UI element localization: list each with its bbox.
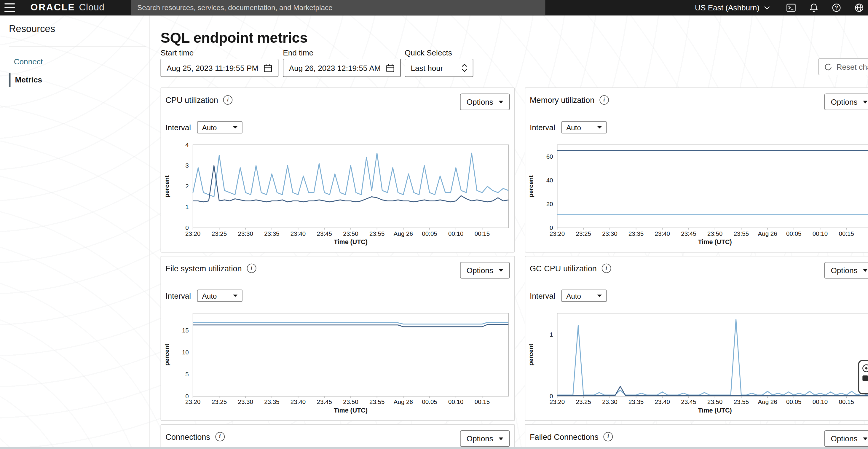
y-tick-label: 4: [185, 141, 189, 148]
svg-text:?: ?: [835, 5, 838, 11]
language-icon[interactable]: [854, 3, 864, 13]
end-time-input[interactable]: [289, 63, 382, 72]
calendar-icon[interactable]: [264, 63, 273, 72]
info-icon[interactable]: i: [599, 95, 609, 105]
interval-value: Auto: [202, 292, 217, 300]
interval-select[interactable]: Auto: [561, 121, 607, 133]
options-label: Options: [831, 266, 857, 275]
quick-selects-dropdown[interactable]: Last hour: [405, 59, 473, 77]
plot-area: [557, 313, 868, 396]
interval-label: Interval: [165, 291, 191, 300]
info-icon[interactable]: i: [603, 432, 613, 442]
quick-selects-label: Quick Selects: [405, 48, 452, 57]
cloud-shell-icon[interactable]: [786, 3, 796, 13]
options-button[interactable]: Options: [460, 262, 510, 278]
x-tick-label: 23:50: [343, 398, 358, 405]
interval-row: IntervalAuto: [165, 290, 242, 302]
x-tick-label: 23:35: [628, 398, 644, 405]
x-tick-label: 23:30: [602, 230, 617, 237]
start-time-input[interactable]: [166, 63, 260, 72]
feedback-widget[interactable]: [858, 360, 868, 394]
x-tick-label: 23:55: [369, 398, 384, 405]
options-button[interactable]: Options: [824, 430, 868, 447]
x-tick-label: 23:25: [212, 230, 227, 237]
menu-icon[interactable]: [4, 3, 17, 12]
chart: 05101523:2023:2523:3023:3523:4023:4523:5…: [161, 309, 515, 420]
x-tick-label: 00:05: [786, 230, 801, 237]
reset-charts-label: Reset charts: [837, 62, 868, 71]
interval-select[interactable]: Auto: [197, 290, 243, 302]
options-button[interactable]: Options: [824, 262, 868, 278]
y-axis-title: percent: [527, 344, 534, 366]
y-tick-label: 20: [546, 201, 553, 207]
chevron-down-icon: [233, 126, 238, 128]
options-button[interactable]: Options: [460, 94, 510, 110]
x-tick-label: 23:35: [264, 230, 279, 237]
interval-label: Interval: [530, 291, 555, 300]
options-button[interactable]: Options: [460, 430, 510, 447]
options-button[interactable]: Options: [824, 94, 868, 110]
info-icon[interactable]: i: [602, 264, 611, 273]
chevron-down-icon: [863, 269, 867, 272]
interval-row: IntervalAuto: [530, 121, 607, 133]
page-title: SQL endpoint metrics: [161, 30, 308, 47]
chevron-down-icon: [764, 6, 770, 10]
x-tick-label: 23:55: [734, 230, 749, 237]
series-line-dark-blue: [193, 324, 508, 327]
x-tick-label: Aug 26: [394, 398, 413, 405]
options-label: Options: [467, 434, 493, 443]
interval-select[interactable]: Auto: [197, 121, 243, 133]
card-title: Memory utilizationi: [530, 95, 609, 105]
y-axis-title: percent: [527, 175, 534, 197]
x-tick-label: Aug 26: [394, 230, 413, 237]
calendar-icon[interactable]: [386, 63, 395, 72]
interval-label: Interval: [530, 123, 555, 132]
select-chevrons-icon: [462, 64, 467, 72]
x-tick-label: 23:40: [290, 398, 306, 405]
chevron-down-icon: [499, 100, 503, 103]
help-icon[interactable]: ?: [832, 3, 842, 13]
oracle-cloud-logo[interactable]: ORACLECloud: [31, 2, 105, 13]
plot-area: [557, 145, 868, 228]
card-cpu-utilization: CPU utilizationiOptionsIntervalAuto01234…: [161, 88, 515, 252]
interval-row: IntervalAuto: [165, 121, 242, 133]
x-tick-label: 23:25: [576, 230, 591, 237]
x-tick-label: 23:35: [628, 230, 644, 237]
notifications-icon[interactable]: [809, 3, 819, 13]
x-tick-label: 23:25: [212, 398, 227, 405]
card-file-system-utilization: File system utilizationiOptionsIntervalA…: [161, 256, 515, 421]
info-icon[interactable]: i: [215, 432, 225, 442]
y-tick-label: 60: [546, 153, 553, 160]
x-tick-label: 23:50: [707, 398, 722, 405]
end-time-label: End time: [283, 48, 313, 57]
region-selector[interactable]: US East (Ashburn): [695, 3, 770, 12]
cards-grid: CPU utilizationiOptionsIntervalAuto01234…: [161, 88, 868, 449]
series-line-dark-blue: [193, 166, 508, 202]
x-axis-title: Time (UTC): [334, 407, 368, 414]
x-tick-label: 23:45: [681, 230, 696, 237]
start-time-field[interactable]: [161, 59, 279, 77]
interval-select[interactable]: Auto: [561, 290, 607, 302]
info-icon[interactable]: i: [247, 264, 256, 273]
end-time-field[interactable]: [283, 59, 401, 77]
reset-charts-button[interactable]: Reset charts: [818, 58, 868, 75]
interval-value: Auto: [566, 292, 581, 300]
x-tick-label: 23:20: [185, 398, 200, 405]
x-tick-label: 23:55: [734, 398, 749, 405]
x-tick-label: 23:30: [238, 230, 253, 237]
x-tick-label: 00:05: [786, 398, 801, 405]
top-bar: ORACLECloud US East (Ashburn): [0, 0, 868, 16]
x-tick-label: 23:20: [550, 398, 565, 405]
card-memory-utilization: Memory utilizationiOptionsIntervalAuto02…: [525, 88, 868, 252]
card-title: GC CPU utilizationi: [530, 264, 611, 273]
info-icon[interactable]: i: [223, 95, 233, 105]
chart: 020406023:2023:2523:3023:3523:4023:4523:…: [525, 141, 868, 251]
search-input[interactable]: [131, 0, 546, 15]
x-tick-label: 23:20: [185, 230, 200, 237]
x-tick-label: 23:40: [290, 230, 306, 237]
start-time-label: Start time: [161, 48, 194, 57]
x-tick-label: 23:20: [550, 230, 565, 237]
options-label: Options: [467, 266, 493, 275]
chart: 0123423:2023:2523:3023:3523:4023:4523:50…: [161, 141, 515, 251]
interval-value: Auto: [566, 123, 581, 131]
